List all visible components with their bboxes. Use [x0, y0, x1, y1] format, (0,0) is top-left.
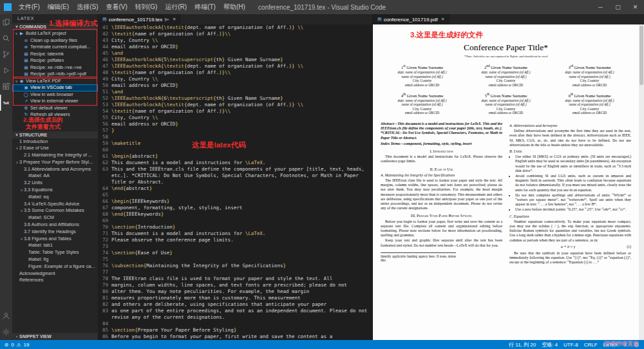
- code-line[interactable]: 81measures proportionately more than is …: [98, 295, 372, 301]
- code-line[interactable]: 45\and: [98, 50, 372, 57]
- code-line[interactable]: 73: [98, 243, 372, 250]
- extensions-icon[interactable]: [0, 79, 12, 95]
- notifications-bell-icon[interactable]: [634, 342, 639, 348]
- code-line[interactable]: 67component, formatting, style, styling,…: [98, 205, 372, 211]
- code-line[interactable]: 68\end{IEEEkeywords}: [98, 211, 372, 218]
- sidebar-command[interactable]: ↻Refresh all viewers: [12, 111, 98, 118]
- snippet-section-header[interactable]: › SNIPPET VIEW: [12, 333, 98, 340]
- status-item[interactable]: 空格: 4: [542, 341, 558, 348]
- problems-status[interactable]: ⊘ 0 ⚠ 19: [5, 342, 29, 348]
- commands-section-header[interactable]: ∨ COMMANDS: [12, 23, 98, 30]
- code-line[interactable]: 79margins, column widths, line spaces, a…: [98, 282, 372, 288]
- sidebar-command[interactable]: ▤Recipe: xe->bib->xe->xe: [12, 64, 98, 71]
- code-line[interactable]: 51\and: [98, 89, 372, 95]
- menu-item[interactable]: 转到(G): [131, 0, 161, 14]
- code-line[interactable]: 41\IEEEauthorblockA{\textit{dept. name o…: [98, 24, 372, 31]
- outline-item[interactable]: Table: Table Type Styles: [12, 249, 98, 256]
- status-item[interactable]: LaTeX: [603, 342, 618, 348]
- outline-item[interactable]: References: [12, 277, 98, 284]
- code-line[interactable]: 65: [98, 192, 372, 198]
- sidebar-command[interactable]: ◯View in web browser: [12, 91, 98, 99]
- outline-item[interactable]: 3.2 Units: [12, 180, 98, 187]
- scrollbar-thumb[interactable]: [639, 26, 643, 85]
- menu-item[interactable]: 终端(T): [191, 0, 220, 14]
- code-line[interactable]: 72Please observe the conference page lim…: [98, 237, 372, 243]
- status-item[interactable]: ✓: [623, 342, 628, 348]
- code-line[interactable]: 84: [98, 321, 372, 327]
- sidebar-command[interactable]: ▤Recipe: latexmk: [12, 51, 98, 58]
- sidebar-command[interactable]: ∨◉View LaTeX PDF: [12, 78, 98, 85]
- status-item[interactable]: 行 11, 列 20: [509, 341, 536, 348]
- outline-item[interactable]: Figure: Example of a figure ca...: [12, 263, 98, 270]
- outline-item[interactable]: #label: fig: [12, 256, 98, 263]
- close-icon[interactable]: ✕: [173, 17, 176, 22]
- code-line[interactable]: 69: [98, 218, 372, 224]
- status-item[interactable]: CRLF: [584, 342, 598, 348]
- outline-item[interactable]: 2.1 Maintaining the Integrity of ...: [12, 152, 98, 159]
- pdf-scrollbar[interactable]: [639, 24, 644, 340]
- code-line[interactable]: 82and others are deliberate, using speci…: [98, 301, 372, 308]
- outline-item[interactable]: 3.4 \LaTeX-Specific Advice: [12, 201, 98, 208]
- menu-item[interactable]: 帮助(H): [220, 0, 249, 14]
- code-line[interactable]: 76\subsection{Maintaining the Integrity …: [98, 263, 372, 269]
- outline-item[interactable]: 3.7 Identify the Headings: [12, 229, 98, 236]
- code-line[interactable]: 43City, Country \\: [98, 37, 372, 44]
- code-line[interactable]: 86Before you begin to format your paper,…: [98, 334, 372, 340]
- code-editor[interactable]: 41\IEEEauthorblockA{\textit{dept. name o…: [98, 24, 372, 340]
- sidebar-command[interactable]: ⊗Terminate current compilati...: [12, 44, 98, 51]
- structure-section-header[interactable]: ∨ STRUCTURE: [12, 131, 98, 138]
- menu-item[interactable]: 运行(R): [161, 0, 191, 14]
- menu-item[interactable]: 查看(V): [102, 0, 131, 14]
- outline-item[interactable]: ∨2 Ease of Use: [12, 145, 98, 152]
- outline-item[interactable]: ∨3.5 Some Common Mistakes: [12, 207, 98, 214]
- code-line[interactable]: 83as one part of the entire proceedings,…: [98, 308, 372, 321]
- code-line[interactable]: 66\begin{IEEEkeywords}: [98, 198, 372, 205]
- code-line[interactable]: 56email address or ORCID}: [98, 121, 372, 127]
- outline-item[interactable]: Acknowledgment: [12, 270, 98, 278]
- sidebar-command[interactable]: ⊘Clean up auxiliary files: [12, 37, 98, 44]
- outline-item[interactable]: 1 Introduction: [12, 138, 98, 146]
- outline-item[interactable]: ∨3.8 Figures and Tables: [12, 236, 98, 243]
- code-line[interactable]: 54\textit{name of organization (of Aff.)…: [98, 108, 372, 115]
- tab-conference-tex[interactable]: ▤ conference_101719.tex 9+ ✕: [98, 14, 182, 24]
- code-line[interactable]: 52\IEEEauthorblockN{6\textsuperscript{th…: [98, 95, 372, 102]
- code-line[interactable]: 74\section{Ease of Use}: [98, 250, 372, 256]
- maximize-icon[interactable]: ▢: [609, 0, 627, 14]
- outline-item[interactable]: #label: SCM: [12, 214, 98, 222]
- outline-item[interactable]: #label: AA: [12, 173, 98, 180]
- settings-gear-icon[interactable]: [0, 324, 12, 340]
- account-icon[interactable]: [0, 308, 12, 324]
- code-line[interactable]: 62This document is a model and instructi…: [98, 160, 372, 166]
- status-item[interactable]: UTF-8: [564, 342, 578, 348]
- sidebar-command[interactable]: ↗View in external viewer: [12, 98, 98, 105]
- menu-item[interactable]: 选择(S): [73, 0, 102, 14]
- outline-item[interactable]: ∨3 Prepare Your Paper Before Styl...: [12, 159, 98, 166]
- code-line[interactable]: 75: [98, 256, 372, 263]
- code-line[interactable]: 61\begin{abstract}: [98, 153, 372, 160]
- outline-item[interactable]: 3.1 Abbreviations and Acronyms: [12, 166, 98, 173]
- sidebar-command[interactable]: ⚙Set default viewer: [12, 105, 98, 112]
- menu-item[interactable]: 文件(F): [15, 0, 44, 14]
- code-line[interactable]: 59\maketitle: [98, 140, 372, 147]
- code-line[interactable]: 50email address or ORCID}: [98, 82, 372, 89]
- code-line[interactable]: 47\IEEEauthorblockA{\textit{dept. name o…: [98, 63, 372, 70]
- code-line[interactable]: 48\textit{name of organization (of Aff.)…: [98, 70, 372, 76]
- outline-item[interactable]: ∨3.3 Equations: [12, 187, 98, 194]
- code-line[interactable]: 80alter them. You may note peculiarities…: [98, 288, 372, 295]
- source-control-icon[interactable]: [0, 46, 12, 62]
- tab-conference-pdf[interactable]: ▤ conference_101719.pdf ✕: [373, 14, 450, 24]
- sidebar-command[interactable]: ▣View in VSCode tab: [12, 84, 98, 91]
- run-debug-icon[interactable]: [0, 62, 12, 79]
- latex-workshop-icon[interactable]: TeX: [0, 95, 12, 111]
- code-line[interactable]: 63This and the IEEEtran.cls file define …: [98, 166, 372, 185]
- code-line[interactable]: 78The IEEEtran class file is used to for…: [98, 276, 372, 282]
- code-line[interactable]: 42\textit{name of organization (of Aff.)…: [98, 31, 372, 37]
- menu-item[interactable]: 编辑(E): [44, 0, 73, 14]
- code-line[interactable]: 71This document is a model and instructi…: [98, 231, 372, 237]
- sidebar-command[interactable]: ▤Recipe: pdf->bib->pdf->pdf: [12, 71, 98, 78]
- code-line[interactable]: 77: [98, 269, 372, 276]
- code-line[interactable]: 60: [98, 147, 372, 153]
- code-line[interactable]: 44email address or ORCID}: [98, 44, 372, 50]
- outline-item[interactable]: #label: tab1: [12, 242, 98, 249]
- sidebar-command[interactable]: ▤Recipe: pdflatex: [12, 57, 98, 64]
